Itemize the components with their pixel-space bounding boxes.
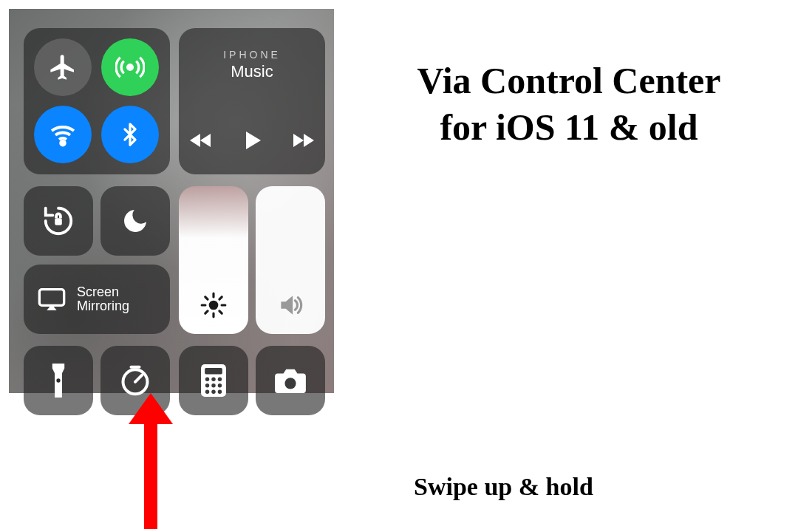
flashlight-button[interactable] xyxy=(24,346,93,415)
headline-text: Via Control Center for iOS 11 & old xyxy=(362,58,776,150)
airplay-icon xyxy=(37,287,66,312)
previous-track-button[interactable] xyxy=(188,130,214,151)
svg-point-16 xyxy=(211,390,215,394)
svg-point-10 xyxy=(211,378,215,381)
volume-slider[interactable] xyxy=(256,186,325,334)
svg-point-13 xyxy=(211,383,215,387)
speaker-icon xyxy=(276,291,304,319)
orientation-lock-toggle[interactable] xyxy=(24,186,93,256)
previous-track-icon xyxy=(188,130,214,151)
wifi-icon xyxy=(48,120,78,149)
now-playing-source: IPHONE xyxy=(179,49,325,61)
caption-text: Swipe up & hold xyxy=(414,473,593,501)
calculator-button[interactable] xyxy=(179,346,248,415)
next-track-button[interactable] xyxy=(290,130,316,151)
connectivity-group[interactable] xyxy=(24,28,170,174)
bluetooth-icon xyxy=(117,120,143,149)
next-track-icon xyxy=(290,130,316,151)
flashlight-icon xyxy=(50,364,67,398)
now-playing-title: Music xyxy=(179,62,325,81)
play-icon xyxy=(240,127,264,154)
svg-point-3 xyxy=(209,301,219,310)
wifi-toggle[interactable] xyxy=(34,106,92,163)
calculator-icon xyxy=(201,364,226,397)
airplane-mode-toggle[interactable] xyxy=(34,38,92,96)
svg-point-5 xyxy=(56,378,60,382)
play-button[interactable] xyxy=(240,127,264,154)
svg-point-9 xyxy=(205,378,209,381)
svg-rect-8 xyxy=(205,368,222,374)
svg-point-17 xyxy=(218,390,222,394)
svg-point-18 xyxy=(284,378,296,389)
timer-icon xyxy=(119,364,151,397)
now-playing-tile[interactable]: IPHONE Music xyxy=(179,28,325,174)
svg-point-15 xyxy=(205,390,209,394)
screen-mirroring-label: Screen Mirroring xyxy=(77,285,129,313)
airplane-icon xyxy=(48,52,78,82)
sun-icon xyxy=(200,291,228,319)
svg-rect-2 xyxy=(55,218,62,225)
control-center-panel: IPHONE Music xyxy=(9,9,334,393)
orientation-lock-icon xyxy=(41,204,75,238)
cellular-data-toggle[interactable] xyxy=(101,38,159,96)
swipe-up-arrow xyxy=(142,393,160,526)
camera-button[interactable] xyxy=(256,346,325,415)
svg-point-1 xyxy=(61,141,65,146)
bluetooth-toggle[interactable] xyxy=(101,106,159,163)
svg-rect-4 xyxy=(39,290,64,306)
cellular-icon xyxy=(115,52,145,82)
brightness-slider[interactable] xyxy=(179,186,248,334)
svg-point-14 xyxy=(218,383,222,387)
screen-mirroring-button[interactable]: Screen Mirroring xyxy=(24,265,170,334)
do-not-disturb-toggle[interactable] xyxy=(100,186,170,256)
moon-icon xyxy=(120,206,150,236)
svg-point-0 xyxy=(128,65,133,70)
svg-point-11 xyxy=(218,378,222,381)
svg-point-12 xyxy=(205,383,209,387)
camera-icon xyxy=(273,366,307,395)
